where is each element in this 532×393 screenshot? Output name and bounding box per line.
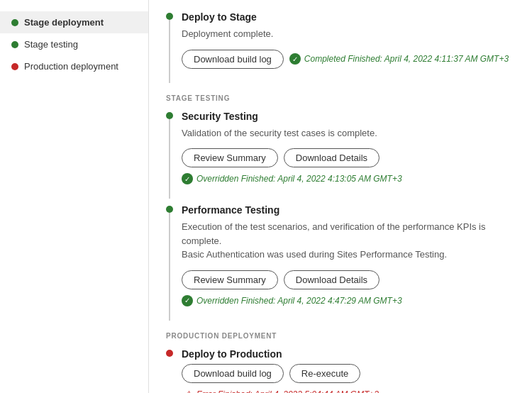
stage-dot — [166, 206, 173, 213]
stage-description: Execution of the test scenarios, and ver… — [182, 220, 515, 262]
stage-connector-line — [169, 119, 170, 199]
stage-indicator — [166, 111, 173, 199]
stage-title: Deploy to Stage — [182, 11, 515, 23]
stage-title: Security Testing — [182, 111, 515, 122]
stage-content: Deploy to StageDeployment complete.Downl… — [182, 11, 515, 83]
stage-connector-line — [169, 213, 170, 321]
status-badge: Overridden Finished: April 4, 2022 4:13:… — [182, 173, 402, 184]
stage-block: Deploy to StageDeployment complete.Downl… — [166, 11, 515, 83]
stage-block: Security TestingValidation of the securi… — [166, 111, 515, 199]
sidebar-dot-1 — [11, 41, 18, 48]
sidebar-item-stage-deployment[interactable]: Stage deployment — [0, 11, 148, 33]
status-text: Overridden Finished: April 4, 2022 4:47:… — [196, 296, 402, 306]
download-build-log-prod[interactable]: Download build log — [182, 364, 284, 383]
check-icon — [182, 295, 193, 306]
stage-block: Deploy to ProductionDownload build logRe… — [166, 348, 515, 394]
status-badge: Completed Finished: April 4, 2022 4:11:3… — [289, 53, 509, 65]
stage-connector-line — [169, 20, 170, 83]
status-text: Error Finished: April 4, 2022 5:04:44 AM… — [196, 389, 379, 394]
stage-dot — [166, 13, 173, 20]
buttons-row: Download build logRe-execute⚠Error Finis… — [182, 364, 515, 394]
warning-icon: ⚠ — [182, 389, 193, 394]
sidebar-dot-0 — [11, 19, 18, 26]
sidebar-item-production-deployment[interactable]: Production deployment — [0, 55, 148, 77]
stage-content: Security TestingValidation of the securi… — [182, 111, 515, 199]
stage-indicator — [166, 348, 173, 394]
stage-dot — [166, 350, 173, 357]
check-icon — [182, 173, 193, 184]
stage-indicator — [166, 11, 173, 83]
buttons-row: Download build logCompleted Finished: Ap… — [182, 50, 515, 69]
download-build-log-1[interactable]: Download build log — [182, 50, 284, 69]
stage-title: Deploy to Production — [182, 348, 515, 360]
stage-content: Performance TestingExecution of the test… — [182, 204, 515, 321]
check-icon — [289, 53, 301, 65]
status-text: Overridden Finished: April 4, 2022 4:13:… — [196, 174, 402, 184]
re-execute-prod[interactable]: Re-execute — [289, 364, 360, 383]
download-details-security[interactable]: Download Details — [284, 148, 379, 167]
sidebar-item-label-2: Production deployment — [24, 61, 118, 72]
sidebar-item-label-1: Stage testing — [24, 39, 78, 50]
section-label-1: STAGE TESTING — [166, 94, 515, 102]
stage-indicator — [166, 204, 173, 321]
download-details-performance[interactable]: Download Details — [284, 270, 379, 289]
sidebar-item-label-0: Stage deployment — [24, 17, 104, 28]
sidebar-dot-2 — [11, 63, 18, 70]
stage-description: Deployment complete. — [182, 27, 515, 41]
review-summary-performance[interactable]: Review Summary — [182, 270, 278, 289]
stage-content: Deploy to ProductionDownload build logRe… — [182, 348, 515, 394]
stage-dot — [166, 112, 173, 119]
main-content: Deploy to StageDeployment complete.Downl… — [149, 0, 532, 393]
section-label-2: PRODUCTION DEPLOYMENT — [166, 332, 515, 340]
status-badge: Overridden Finished: April 4, 2022 4:47:… — [182, 295, 402, 306]
sidebar: Stage deploymentStage testingProduction … — [0, 0, 149, 393]
sidebar-item-stage-testing[interactable]: Stage testing — [0, 33, 148, 55]
stage-description: Validation of the security test cases is… — [182, 126, 515, 140]
buttons-row: Review SummaryDownload DetailsOverridden… — [182, 270, 515, 306]
status-text: Completed Finished: April 4, 2022 4:11:3… — [304, 54, 509, 64]
buttons-row: Review SummaryDownload DetailsOverridden… — [182, 148, 515, 184]
stage-title: Performance Testing — [182, 204, 515, 216]
review-summary-security[interactable]: Review Summary — [182, 148, 278, 167]
status-badge: ⚠Error Finished: April 4, 2022 5:04:44 A… — [182, 389, 379, 394]
stage-block: Performance TestingExecution of the test… — [166, 204, 515, 321]
